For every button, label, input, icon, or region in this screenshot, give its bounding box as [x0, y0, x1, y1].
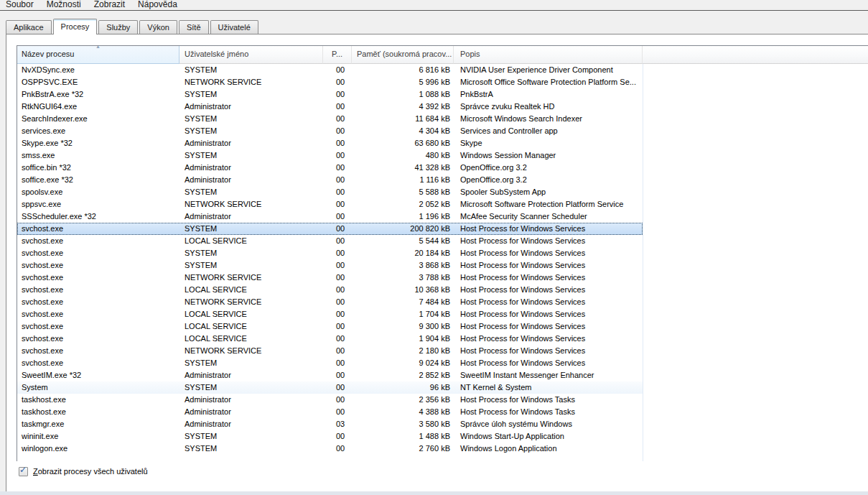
cell-name: svchost.exe	[17, 345, 179, 357]
process-row[interactable]: smss.exeSYSTEM00480 kBWindows Session Ma…	[17, 149, 643, 162]
process-row[interactable]: taskhost.exeAdministrator004 388 kBHost …	[17, 406, 643, 418]
cell-cpu: 00	[323, 235, 352, 247]
cell-name: svchost.exe	[17, 308, 179, 320]
process-row[interactable]: SystemSYSTEM0096 kBNT Kernel & System	[17, 381, 643, 394]
show-all-users-checkbox[interactable]: ✓	[19, 467, 28, 476]
process-row[interactable]: svchost.exeSYSTEM00200 820 kBHost Proces…	[17, 223, 643, 235]
cell-mem: 63 680 kB	[352, 137, 454, 149]
cell-cpu: 00	[323, 308, 352, 320]
process-row[interactable]: sppsvc.exeNETWORK SERVICE002 052 kBMicro…	[17, 198, 643, 211]
cell-cpu: 00	[323, 174, 352, 186]
cell-cpu: 00	[323, 406, 352, 418]
column-header-n-zev-procesu[interactable]: Název procesu▲	[17, 46, 179, 64]
process-row[interactable]: Skype.exe *32Administrator0063 680 kBSky…	[17, 137, 643, 149]
process-row[interactable]: taskhost.exeAdministrator002 356 kBHost …	[17, 394, 643, 406]
cell-mem: 4 388 kB	[352, 406, 454, 418]
cell-name: SweetIM.exe *32	[17, 369, 179, 381]
tab-v-kon[interactable]: Výkon	[139, 20, 177, 34]
cell-name: SearchIndexer.exe	[17, 113, 179, 125]
cell-cpu: 00	[323, 101, 352, 113]
cell-user: SYSTEM	[179, 381, 323, 394]
cell-desc: McAfee Security Scanner Scheduler	[454, 211, 643, 223]
show-all-users-label[interactable]: Zobrazit procesy všech uživatelů	[33, 467, 148, 476]
cell-cpu: 00	[323, 381, 352, 394]
process-row[interactable]: SweetIM.exe *32Administrator002 852 kBSw…	[17, 369, 643, 381]
column-header-u-ivatelsk-jm-no[interactable]: Uživatelské jméno	[179, 46, 323, 64]
cell-desc: OpenOffice.org 3.2	[454, 162, 643, 174]
column-header-p[interactable]: P...	[323, 46, 352, 64]
cell-user: SYSTEM	[179, 357, 323, 369]
menu-item-n-pov-da[interactable]: Nápověda	[131, 0, 184, 11]
cell-desc: Microsoft Software Protection Platform S…	[454, 198, 643, 211]
process-row[interactable]: svchost.exeSYSTEM003 868 kBHost Process …	[17, 259, 643, 272]
cell-mem: 4 304 kB	[352, 125, 454, 137]
cell-name: svchost.exe	[17, 247, 179, 259]
process-row[interactable]: soffice.exe *32Administrator001 116 kBOp…	[17, 174, 643, 186]
process-row[interactable]: svchost.exeLOCAL SERVICE001 704 kBHost P…	[17, 308, 643, 320]
cell-name: SSScheduler.exe *32	[17, 211, 179, 223]
cell-name: spoolsv.exe	[17, 186, 179, 198]
process-row[interactable]: winlogon.exeSYSTEM002 760 kBWindows Logo…	[17, 443, 643, 455]
process-row[interactable]: svchost.exeNETWORK SERVICE007 484 kBHost…	[17, 296, 643, 308]
cell-user: LOCAL SERVICE	[179, 284, 323, 296]
column-header-pam-soukrom-pracov[interactable]: Paměť (soukromá pracov...	[352, 46, 454, 64]
cell-name: winlogon.exe	[17, 443, 179, 455]
process-row[interactable]: svchost.exeLOCAL SERVICE005 544 kBHost P…	[17, 235, 643, 247]
cell-cpu: 00	[323, 345, 352, 357]
process-row[interactable]: svchost.exeSYSTEM0020 184 kBHost Process…	[17, 247, 643, 259]
column-header-popis[interactable]: Popis	[454, 46, 643, 64]
cell-name: Skype.exe *32	[17, 137, 179, 149]
process-row[interactable]: NvXDSync.exeSYSTEM006 816 kBNVIDIA User …	[17, 64, 643, 76]
process-row[interactable]: taskmgr.exeAdministrator033 580 kBSprávc…	[17, 418, 643, 430]
process-row[interactable]: svchost.exeNETWORK SERVICE003 788 kBHost…	[17, 272, 643, 284]
cell-mem: 1 488 kB	[352, 430, 454, 443]
cell-desc: Skype	[454, 137, 643, 149]
tab-slu-by[interactable]: Služby	[98, 20, 138, 34]
process-row[interactable]: svchost.exeLOCAL SERVICE0010 368 kBHost …	[17, 284, 643, 296]
table-body: NvXDSync.exeSYSTEM006 816 kBNVIDIA User …	[17, 64, 868, 462]
cell-name: svchost.exe	[17, 284, 179, 296]
cell-cpu: 00	[323, 198, 352, 211]
process-row[interactable]: RtkNGUI64.exeAdministrator004 392 kBSprá…	[17, 101, 643, 113]
process-row[interactable]: svchost.exeLOCAL SERVICE009 300 kBHost P…	[17, 320, 643, 333]
cell-mem: 7 484 kB	[352, 296, 454, 308]
process-row[interactable]: svchost.exeSYSTEM009 024 kBHost Process …	[17, 357, 643, 369]
cell-user: SYSTEM	[179, 113, 323, 125]
cell-name: svchost.exe	[17, 333, 179, 345]
cell-mem: 1 116 kB	[352, 174, 454, 186]
cell-desc: Windows Logon Application	[454, 443, 643, 455]
tab-procesy[interactable]: Procesy	[53, 19, 98, 34]
process-row[interactable]: svchost.exeNETWORK SERVICE002 180 kBHost…	[17, 345, 643, 357]
cell-desc: Správce zvuku Realtek HD	[454, 101, 643, 113]
cell-desc: Host Process for Windows Services	[454, 223, 643, 235]
cell-mem: 96 kB	[352, 381, 454, 394]
tab-s-t[interactable]: Sítě	[179, 20, 209, 34]
cell-name: taskhost.exe	[17, 406, 179, 418]
cell-mem: 41 328 kB	[352, 162, 454, 174]
process-row[interactable]: svchost.exeLOCAL SERVICE001 904 kBHost P…	[17, 333, 643, 345]
cell-user: SYSTEM	[179, 125, 323, 137]
menu-item-zobrazit[interactable]: Zobrazit	[88, 0, 131, 11]
process-row[interactable]: services.exeSYSTEM004 304 kBServices and…	[17, 125, 643, 137]
menu-item-soubor[interactable]: Soubor	[0, 0, 40, 11]
cell-desc: Microsoft Windows Search Indexer	[454, 113, 643, 125]
cell-mem: 2 180 kB	[352, 345, 454, 357]
process-row[interactable]: PnkBstrA.exe *32SYSTEM001 088 kBPnkBstrA	[17, 88, 643, 101]
tab-page-procesy: Název procesu▲Uživatelské jménoP...Paměť…	[6, 34, 868, 491]
process-row[interactable]: soffice.bin *32Administrator0041 328 kBO…	[17, 162, 643, 174]
cell-desc: Host Process for Windows Tasks	[454, 394, 643, 406]
process-row[interactable]: SSScheduler.exe *32Administrator001 196 …	[17, 211, 643, 223]
process-row[interactable]: wininit.exeSYSTEM001 488 kBWindows Start…	[17, 430, 643, 443]
cell-mem: 3 788 kB	[352, 272, 454, 284]
footer: ✓ Zobrazit procesy všech uživatelů	[6, 461, 868, 491]
cell-user: NETWORK SERVICE	[179, 198, 323, 211]
tab-u-ivatel[interactable]: Uživatelé	[210, 20, 258, 34]
process-row[interactable]: spoolsv.exeSYSTEM005 588 kBSpooler SubSy…	[17, 186, 643, 198]
cell-desc: Windows Session Manager	[454, 149, 643, 162]
cell-cpu: 00	[323, 443, 352, 455]
menu-item-mo-nosti[interactable]: Možnosti	[40, 0, 88, 11]
process-row[interactable]: SearchIndexer.exeSYSTEM0011 684 kBMicros…	[17, 113, 643, 125]
tab-aplikace[interactable]: Aplikace	[6, 20, 52, 34]
process-row[interactable]: OSPPSVC.EXENETWORK SERVICE005 996 kBMicr…	[17, 76, 643, 88]
cell-name: soffice.bin *32	[17, 162, 179, 174]
